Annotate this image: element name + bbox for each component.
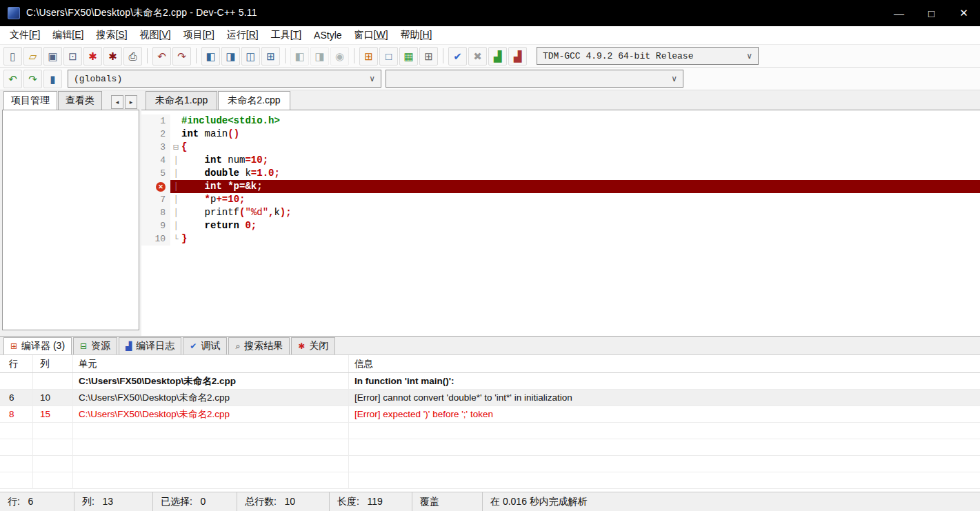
- menu-item-search[interactable]: 搜索[S]: [90, 26, 133, 44]
- project-manager-toggle-icon[interactable]: ⊞: [359, 47, 378, 66]
- menu-item-help[interactable]: 帮助[H]: [394, 26, 439, 44]
- fold-marker: [170, 114, 181, 128]
- line-number: 4: [141, 154, 170, 167]
- debug-icon[interactable]: ◧: [290, 47, 309, 66]
- code-line[interactable]: 7│ *p+=10;: [141, 193, 980, 206]
- column-header-1[interactable]: 列: [33, 355, 73, 372]
- save-icon[interactable]: ▣: [43, 47, 62, 66]
- code-line[interactable]: 1#include<stdio.h>: [141, 114, 980, 128]
- profile-chart-icon[interactable]: ▟: [488, 47, 507, 66]
- report-tab-label: 搜索结果: [244, 340, 283, 352]
- undo-icon[interactable]: ↶: [152, 47, 171, 66]
- report-tab-label: 调试: [201, 340, 220, 352]
- panel-tab-project-manager[interactable]: 项目管理: [3, 91, 57, 110]
- compiler-select[interactable]: TDM-GCC 4.9.2 64-bit Release ∨: [537, 47, 759, 65]
- fold-marker: [170, 128, 181, 141]
- new-file-icon[interactable]: ▯: [3, 47, 22, 66]
- code-line[interactable]: 10└}: [141, 232, 980, 246]
- run-icon[interactable]: ◨: [221, 47, 240, 66]
- resource-icon: ⊟: [80, 342, 87, 350]
- save-all-icon[interactable]: ⊡: [63, 47, 82, 66]
- code-line[interactable]: 2int main(): [141, 128, 980, 141]
- column-header-3[interactable]: 信息: [349, 355, 980, 372]
- nav-back-icon[interactable]: ↶: [3, 70, 22, 88]
- check-icon: ✔: [190, 342, 197, 350]
- minimize-button[interactable]: —: [883, 0, 915, 26]
- panel-tabs: 项目管理查看类: [3, 91, 102, 110]
- members-select[interactable]: ∨: [386, 70, 683, 88]
- scroll-right-button[interactable]: ▸: [125, 95, 137, 109]
- report-row[interactable]: 610C:\Users\FX50\Desktop\未命名2.cpp[Error]…: [0, 390, 980, 406]
- menu-item-edit[interactable]: 编辑[E]: [46, 26, 90, 44]
- menu-item-view[interactable]: 视图[V]: [134, 26, 177, 44]
- report-tab-compiler[interactable]: ⊞编译器 (3): [3, 337, 72, 354]
- compile-icon[interactable]: ◧: [201, 47, 220, 66]
- status-segment-4: 长度: 119: [330, 492, 412, 511]
- menu-item-astyle[interactable]: AStyle: [308, 27, 348, 43]
- code-line[interactable]: 9│ return 0;: [141, 219, 980, 232]
- report-tab-label: 资源: [91, 340, 110, 352]
- code-text: #include<stdio.h>: [181, 114, 980, 128]
- fullscreen-toggle-icon[interactable]: ⊞: [419, 47, 438, 66]
- globals-select[interactable]: (globals) ∨: [68, 70, 381, 88]
- maximize-button[interactable]: □: [915, 0, 948, 26]
- code-line[interactable]: 3⊟{: [141, 141, 980, 154]
- report-tab-resource[interactable]: ⊟资源: [73, 337, 117, 354]
- chevron-down-icon: ∨: [741, 51, 758, 61]
- report-row[interactable]: C:\Users\FX50\Desktop\未命名2.cppIn functio…: [0, 373, 980, 390]
- class-browser-icon[interactable]: ▮: [43, 70, 62, 88]
- redo-icon[interactable]: ↷: [172, 47, 191, 66]
- compile-run-icon[interactable]: ◫: [241, 47, 260, 66]
- scroll-left-button[interactable]: ◂: [111, 95, 123, 109]
- open-file-icon[interactable]: ▱: [23, 47, 42, 66]
- code-line[interactable]: ✕│ int *p=&k;: [141, 180, 980, 193]
- syntax-check-icon[interactable]: ✔: [448, 47, 467, 66]
- report-tab-debug[interactable]: ✔调试: [183, 337, 227, 354]
- report-window-toggle-icon[interactable]: □: [379, 47, 398, 66]
- profile-icon[interactable]: ◨: [310, 47, 329, 66]
- project-manager-panel[interactable]: [2, 110, 139, 330]
- window-layout-icon[interactable]: ▦: [399, 47, 418, 66]
- chevron-down-icon: ∨: [666, 74, 683, 83]
- abort-icon[interactable]: ✖: [468, 47, 487, 66]
- menu-item-window[interactable]: 窗口[W]: [348, 26, 394, 44]
- column-header-0[interactable]: 行: [0, 355, 33, 372]
- line-number: 5: [141, 167, 170, 180]
- code-text: {: [181, 141, 980, 154]
- close-file-icon[interactable]: ✱: [83, 47, 102, 66]
- code-editor[interactable]: 1#include<stdio.h>2int main()3⊟{4│ int n…: [141, 110, 980, 336]
- code-text: int num=10;: [181, 154, 980, 167]
- print-icon[interactable]: ⎙: [123, 47, 142, 66]
- report-tab-compile-log[interactable]: ▟编译日志: [119, 337, 181, 354]
- menu-item-tools[interactable]: 工具[T]: [265, 26, 308, 44]
- code-line[interactable]: 8│ printf("%d",k);: [141, 206, 980, 219]
- class-browser-buttons: ↶↷▮: [3, 70, 62, 88]
- panel-tab-class-viewer[interactable]: 查看类: [58, 91, 102, 110]
- menu-item-project[interactable]: 项目[P]: [177, 26, 221, 44]
- code-line[interactable]: 5│ double k=1.0;: [141, 167, 980, 180]
- code-line[interactable]: 4│ int num=10;: [141, 154, 980, 167]
- report-tab-close[interactable]: ✱关闭: [291, 337, 335, 354]
- class-browser-toolbar: ↶↷▮ (globals) ∨ ∨: [0, 68, 980, 90]
- close-all-icon[interactable]: ✱: [103, 47, 122, 66]
- report-row[interactable]: 815C:\Users\FX50\Desktop\未命名2.cpp[Error]…: [0, 406, 980, 423]
- close-button[interactable]: ✕: [948, 0, 980, 26]
- report-row-empty: [0, 439, 980, 456]
- editor-tab-unnamed2[interactable]: 未命名2.cpp: [218, 91, 290, 110]
- close-pinwheel-icon: ✱: [298, 342, 305, 350]
- fold-collapse-icon[interactable]: ⊟: [170, 141, 181, 154]
- fold-marker: │: [170, 167, 181, 180]
- delete-profiling-icon[interactable]: ▟: [508, 47, 527, 66]
- window-controls: — □ ✕: [883, 0, 980, 26]
- menu-item-run[interactable]: 运行[R]: [221, 26, 265, 44]
- column-header-2[interactable]: 单元: [73, 355, 349, 372]
- menu-item-file[interactable]: 文件[F]: [3, 26, 46, 44]
- report-row-empty: [0, 423, 980, 439]
- stop-execution-icon[interactable]: ◉: [330, 47, 349, 66]
- rebuild-all-icon[interactable]: ⊞: [261, 47, 280, 66]
- code-text: double k=1.0;: [181, 167, 980, 180]
- nav-forward-icon[interactable]: ↷: [23, 70, 42, 88]
- editor-tab-unnamed1[interactable]: 未命名1.cpp: [146, 91, 217, 110]
- report-panel: ⊞编译器 (3)⊟资源▟编译日志✔调试⌕搜索结果✱关闭 行列单元信息 C:\Us…: [0, 336, 980, 492]
- report-tab-search-results[interactable]: ⌕搜索结果: [228, 337, 290, 354]
